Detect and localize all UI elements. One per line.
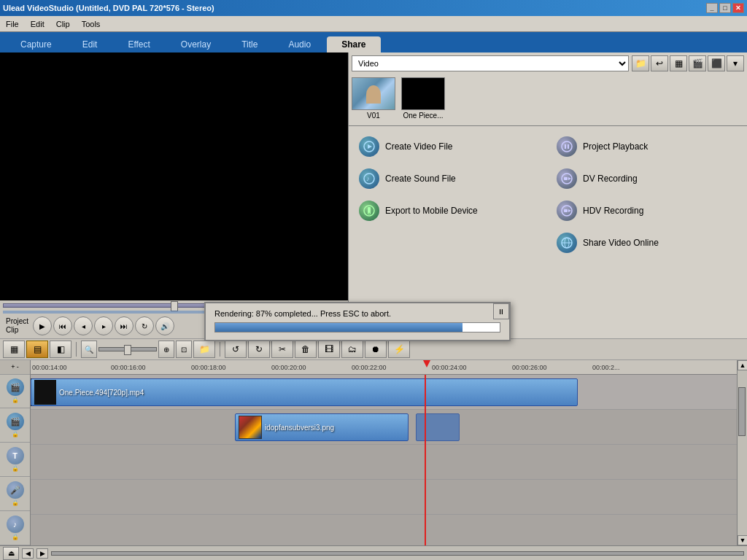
scrollbar-up-button[interactable]: ▲ [738, 360, 747, 370]
track-lock-overlay[interactable]: 🔒 [12, 431, 19, 438]
fit-button[interactable]: ⊡ [176, 341, 192, 358]
scrubber-handle[interactable] [171, 301, 178, 311]
record-button[interactable]: ⏺ [365, 341, 387, 358]
zoom-out-button[interactable]: 🔍 [81, 341, 97, 358]
nav-prev-button[interactable]: ◀ [22, 548, 34, 559]
svg-text:♪: ♪ [366, 175, 370, 182]
transitions-button[interactable]: 🗂 [341, 341, 363, 358]
timeline-left-tools: + - 🎬 🔒 🎬 🔒 T 🔒 🎤 🔒 ♪ 🔒 [0, 360, 31, 545]
menu-clip[interactable]: Clip [50, 16, 76, 31]
overlay-clip-bar[interactable]: idopfansubversi3.png [235, 413, 409, 441]
svg-rect-12 [369, 213, 370, 214]
tab-effect[interactable]: Effect [113, 36, 164, 52]
step-back-button[interactable]: ◂ [74, 316, 93, 335]
scrollbar-thumb[interactable] [738, 387, 746, 437]
lib-undo-button[interactable]: ↩ [651, 55, 668, 71]
track-content-video[interactable]: One.Piece.494[720p].mp4 [31, 375, 737, 409]
storyboard-view-button[interactable]: ▦ [3, 341, 25, 358]
redo-button[interactable]: ↻ [248, 341, 270, 358]
track-icon-overlay: 🎬 🔒 [0, 408, 30, 443]
export-mobile-label: Export to Mobile Device [385, 206, 478, 216]
scrollbar-down-button[interactable]: ▼ [738, 535, 747, 545]
track-content-voice[interactable] [31, 480, 737, 514]
svg-rect-14 [564, 209, 568, 212]
undo-button[interactable]: ↺ [225, 341, 247, 358]
tab-overlay[interactable]: Overlay [166, 36, 225, 52]
track-lock-music[interactable]: 🔒 [12, 534, 19, 540]
track-content-overlay[interactable]: idopfansubversi3.png [31, 410, 737, 444]
nav-position-slider[interactable] [51, 551, 744, 556]
track-lock-title[interactable]: 🔒 [12, 465, 19, 472]
zoom-slider[interactable] [98, 347, 157, 351]
overlay-clip-tail[interactable] [416, 413, 460, 441]
export-mobile-icon [359, 201, 379, 221]
create-sound-file-label: Create Sound File [385, 174, 456, 184]
create-sound-file-option[interactable]: ♪ Create Sound File [356, 166, 542, 192]
share-video-online-icon [557, 233, 577, 253]
ruler-tick-7: 00:00:2... [592, 364, 620, 371]
share-video-online-option[interactable]: Share Video Online [554, 230, 740, 256]
lib-sort-button[interactable]: 🎬 [689, 55, 706, 71]
track-lock-video[interactable]: 🔒 [12, 397, 19, 403]
zoom-in-button[interactable]: ⊕ [158, 341, 174, 358]
clip-thumb-onepiece[interactable]: One Piece... [401, 77, 445, 120]
nav-next-button[interactable]: ▶ [36, 548, 48, 559]
lib-export-button[interactable]: ⬛ [708, 55, 725, 71]
clip-properties-button[interactable]: 🎞 [318, 341, 340, 358]
play-button[interactable]: ▶ [33, 316, 52, 335]
window-controls[interactable]: _ □ ✕ [706, 3, 744, 13]
capture-button[interactable]: ⚡ [388, 341, 410, 358]
track-lock-voice[interactable]: 🔒 [12, 499, 19, 506]
split-button[interactable]: ✂ [271, 341, 293, 358]
go-to-end-button[interactable]: ⏭ [115, 316, 133, 335]
volume-button[interactable]: 🔊 [155, 316, 174, 335]
tab-edit[interactable]: Edit [68, 36, 112, 52]
delete-clip-button[interactable]: 🗑 [295, 341, 317, 358]
menu-file[interactable]: File [0, 16, 25, 31]
app-body: Rendering: 87% completed... Press ESC to… [0, 52, 747, 560]
clip-library: Video 📁 ↩ ▦ 🎬 ⬛ ▾ [349, 52, 747, 126]
tab-audio[interactable]: Audio [274, 36, 325, 52]
project-playback-option[interactable]: Project Playback [554, 133, 740, 160]
close-button[interactable]: ✕ [732, 3, 744, 13]
clip-thumb-v01-image [352, 77, 395, 110]
tab-capture[interactable]: Capture [6, 36, 66, 52]
step-forward-button[interactable]: ▸ [94, 316, 113, 335]
create-video-file-option[interactable]: Create Video File [356, 133, 542, 160]
remove-track-button[interactable]: - [17, 363, 19, 370]
tab-share[interactable]: Share [327, 36, 380, 52]
lib-open-button[interactable]: 📁 [632, 55, 649, 71]
lib-more-button[interactable]: ▾ [727, 55, 744, 71]
ruler-tick-3: 00:00:20:00 [271, 364, 306, 371]
render-pause-button[interactable]: ⏸ [493, 303, 509, 319]
library-header: Video 📁 ↩ ▦ 🎬 ⬛ ▾ [352, 55, 744, 71]
timeline-view-button[interactable]: ▤ [26, 341, 48, 358]
menu-tools[interactable]: Tools [76, 16, 107, 31]
lib-view-button[interactable]: ▦ [670, 55, 687, 71]
menu-bar: File Edit Clip Tools [0, 16, 747, 32]
track-icon-title: T 🔒 [0, 443, 30, 477]
add-track-button[interactable]: + [11, 363, 15, 370]
eject-button[interactable]: ⏏ [3, 547, 19, 560]
audio-view-button[interactable]: ◧ [50, 341, 71, 358]
hdv-recording-option[interactable]: HDV Recording [554, 198, 740, 224]
track-row-overlay: idopfansubversi3.png [31, 410, 737, 445]
track-content-music[interactable] [31, 515, 737, 545]
export-mobile-option[interactable]: Export to Mobile Device [356, 198, 542, 224]
timeline-tracks-container: One.Piece.494[720p].mp4 idopfansubversi3… [31, 375, 737, 545]
clip-thumb-v01[interactable]: V01 [352, 77, 395, 120]
playhead-marker[interactable] [423, 360, 430, 368]
library-dropdown[interactable]: Video [352, 55, 629, 71]
go-to-start-button[interactable]: ⏮ [53, 316, 72, 335]
dv-recording-option[interactable]: DV Recording [554, 166, 740, 192]
track-content-title[interactable] [31, 445, 737, 479]
tab-title[interactable]: Title [227, 36, 272, 52]
open-folder-button[interactable]: 📁 [193, 341, 215, 358]
minimize-button[interactable]: _ [706, 3, 718, 13]
zoom-slider-handle[interactable] [124, 345, 131, 355]
dv-recording-icon [557, 168, 577, 189]
repeat-button[interactable]: ↻ [135, 316, 154, 335]
maximize-button[interactable]: □ [719, 3, 731, 13]
video-clip-bar[interactable]: One.Piece.494[720p].mp4 [31, 378, 578, 406]
menu-edit[interactable]: Edit [25, 16, 50, 31]
